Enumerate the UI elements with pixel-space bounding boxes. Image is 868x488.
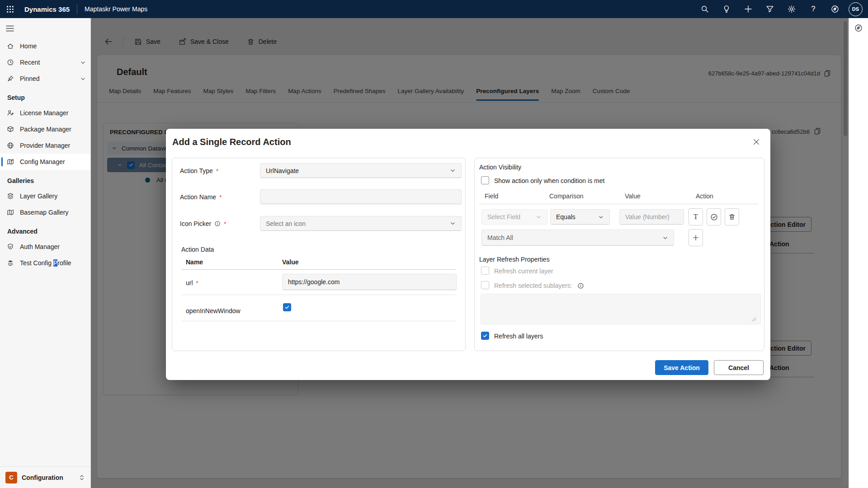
environment-picker[interactable]: C Configuration [0, 466, 90, 488]
add-button[interactable] [737, 0, 759, 18]
comparison-value: Equals [556, 213, 576, 221]
select-field-placeholder: Select Field [487, 213, 520, 221]
delete-condition-button[interactable] [725, 208, 739, 225]
license-person-icon [7, 109, 14, 117]
user-avatar[interactable]: DS [849, 2, 863, 16]
icon-picker-dropdown[interactable]: Select an icon [260, 216, 462, 231]
settings-button[interactable] [781, 0, 802, 18]
open-in-new-window-label: openInNewWindow [186, 307, 241, 314]
sidebar-collapse-button[interactable] [6, 25, 90, 32]
check-circle-icon [710, 213, 718, 221]
filter-button[interactable] [759, 0, 781, 18]
action-visibility-card: Action Visibility Show action only when … [474, 158, 764, 351]
chevron-down-icon [598, 214, 604, 220]
column-header-value: Value [625, 192, 641, 200]
action-type-label: Action Type* [180, 167, 218, 174]
condition-checkbox-label: Show action only when condition is met [494, 177, 604, 184]
sublayers-textarea [481, 294, 761, 324]
info-icon[interactable] [577, 282, 584, 289]
condition-checkbox[interactable] [481, 176, 489, 184]
cancel-button[interactable]: Cancel [714, 360, 764, 375]
sidebar-item-recent[interactable]: Recent [0, 54, 90, 70]
sidebar-item-pinned[interactable]: Pinned [0, 70, 90, 87]
action-type-dropdown[interactable]: UrlNavigate [260, 163, 462, 178]
table-header-divider [181, 269, 456, 270]
required-marker: * [216, 168, 218, 174]
refresh-sublayers-label: Refresh selected sublayers: [494, 282, 584, 289]
sidebar-item-basemap-gallery[interactable]: Basemap Gallery [0, 204, 90, 221]
match-mode-value: Match All [487, 234, 513, 241]
sidebar-item-label: Home [20, 42, 37, 50]
app-name[interactable]: Maptaskr Power Maps [85, 5, 147, 13]
action-type-value: UrlNavigate [266, 167, 299, 174]
comparison-dropdown[interactable]: Equals [550, 209, 610, 225]
trash-icon [728, 213, 736, 221]
url-row-label: url* [186, 279, 198, 286]
environment-label: Configuration [22, 474, 63, 481]
sidebar-item-label: Test Config Profile [20, 259, 71, 267]
add-icon [744, 5, 752, 13]
refresh-all-layers-label: Refresh all layers [494, 333, 543, 340]
open-in-new-window-checkbox[interactable] [283, 303, 291, 311]
topbar-actions: ? DS [694, 0, 868, 18]
sidebar-item-home[interactable]: Home [0, 38, 90, 54]
help-icon: ? [811, 5, 816, 13]
row-divider [181, 321, 456, 321]
test-config-stack-icon [7, 259, 14, 267]
sidebar-item-auth-manager[interactable]: Auth Manager [0, 239, 90, 255]
clock-icon [7, 59, 14, 66]
sidebar-item-label: Basemap Gallery [20, 209, 68, 216]
sidebar-item-label: Package Manager [20, 126, 71, 133]
match-mode-dropdown[interactable]: Match All [481, 230, 674, 246]
add-condition-button[interactable] [689, 229, 703, 246]
layers-icon [7, 192, 14, 200]
lightbulb-icon [722, 5, 731, 13]
required-marker: * [224, 221, 226, 227]
text-mode-button[interactable]: T [689, 208, 703, 225]
dialog-title: Add a Single Record Action [172, 137, 291, 147]
refresh-sublayers-checkbox [481, 281, 489, 289]
confirm-condition-button[interactable] [707, 208, 721, 225]
action-name-input[interactable] [266, 193, 456, 201]
help-button[interactable]: ? [802, 0, 824, 18]
auth-shield-icon [7, 243, 14, 250]
brand-title[interactable]: Dynamics 365 [24, 5, 70, 13]
save-action-button[interactable]: Save Action [655, 360, 708, 375]
select-field-dropdown[interactable]: Select Field [481, 209, 547, 225]
condition-value-input-wrap [619, 209, 684, 225]
sidebar-item-label: Auth Manager [20, 243, 60, 250]
copilot-panel-button[interactable] [849, 18, 868, 38]
sidebar-item-package-manager[interactable]: Package Manager [0, 121, 90, 137]
copilot-side-icon [854, 24, 863, 32]
dialog-close-button[interactable] [750, 136, 762, 148]
filter-icon [766, 5, 774, 13]
copilot-button[interactable] [824, 0, 846, 18]
right-side-rail [849, 18, 868, 488]
sidebar-item-test-config-profile[interactable]: Test Config Profile [0, 255, 90, 271]
sidebar-item-layer-gallery[interactable]: Layer Gallery [0, 188, 90, 204]
info-icon[interactable] [214, 221, 221, 227]
refresh-all-layers-checkbox[interactable] [481, 332, 489, 340]
sidebar-item-label: Provider Manager [20, 142, 70, 149]
icon-picker-placeholder: Select an icon [266, 220, 306, 227]
sidebar-item-license-manager[interactable]: License Manager [0, 105, 90, 121]
refresh-current-layer-label: Refresh current layer [494, 267, 553, 275]
topbar-divider [77, 4, 77, 14]
top-navbar: Dynamics 365 Maptaskr Power Maps ? DS [0, 0, 868, 18]
sidebar-item-config-manager[interactable]: Config Manager [0, 154, 90, 170]
action-data-heading: Action Data [181, 246, 214, 253]
ideas-button[interactable] [716, 0, 737, 18]
condition-value-input[interactable] [625, 213, 678, 221]
url-input-wrap [282, 274, 457, 290]
sidebar-item-provider-manager[interactable]: Provider Manager [0, 137, 90, 154]
home-icon [7, 42, 14, 50]
url-input[interactable] [288, 278, 451, 286]
text-selection-highlight: P [53, 259, 57, 267]
copilot-icon [831, 5, 839, 13]
search-button[interactable] [694, 0, 716, 18]
app-launcher-button[interactable] [0, 0, 20, 18]
environment-badge: C [5, 472, 17, 483]
screen: Dynamics 365 Maptaskr Power Maps ? DS Ho… [0, 0, 868, 488]
action-name-label: Action Name* [180, 193, 222, 201]
column-header-field: Field [485, 192, 498, 200]
